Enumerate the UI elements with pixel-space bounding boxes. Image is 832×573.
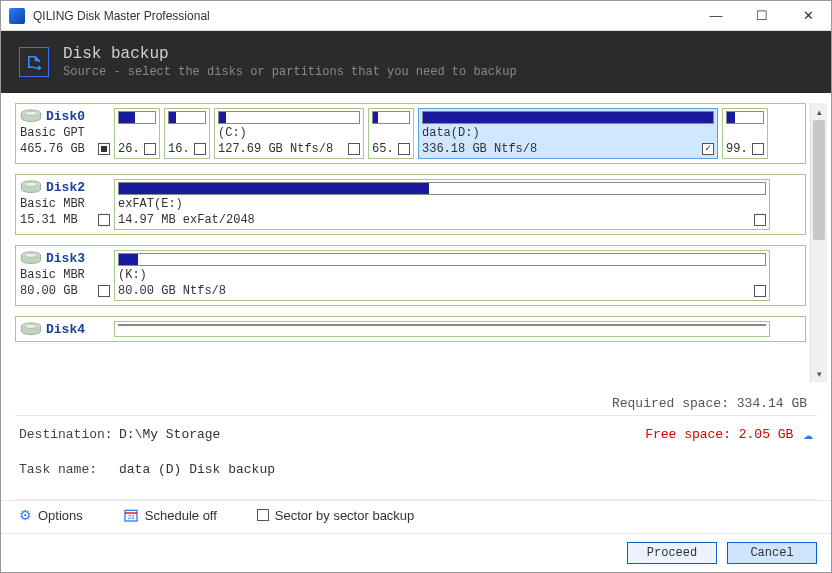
sector-checkbox[interactable]: Sector by sector backup <box>257 508 414 523</box>
partition-label <box>118 126 156 140</box>
disk-name: Disk3 <box>46 251 85 266</box>
partition-checkbox[interactable] <box>754 214 766 226</box>
partition[interactable]: 26. <box>114 108 160 159</box>
partition-checkbox[interactable] <box>754 285 766 297</box>
partition-checkbox[interactable] <box>194 143 206 155</box>
scroll-thumb[interactable] <box>813 120 825 240</box>
options-label: Options <box>38 508 83 523</box>
scroll-up-icon[interactable]: ▴ <box>811 103 827 120</box>
disk-list: Disk0Basic GPT465.76 GB26.16.(C:)127.69 … <box>15 103 806 382</box>
close-button[interactable]: ✕ <box>785 1 831 31</box>
svg-point-3 <box>25 182 37 186</box>
partition-size: 99. <box>726 142 748 156</box>
partition[interactable] <box>114 321 770 337</box>
gear-icon: ⚙ <box>19 507 32 523</box>
svg-point-7 <box>25 324 37 328</box>
partition-size: 14.97 MB exFat/2048 <box>118 213 255 227</box>
disk-info: Disk3Basic MBR80.00 GB <box>20 250 110 301</box>
schedule-button[interactable]: 23 Schedule off <box>123 507 217 523</box>
options-button[interactable]: ⚙ Options <box>19 507 83 523</box>
page-header: Disk backup Source - select the disks or… <box>1 31 831 93</box>
sector-label: Sector by sector backup <box>275 508 414 523</box>
calendar-icon: 23 <box>123 507 139 523</box>
partition-label: data(D:) <box>422 126 714 140</box>
partition-label: (C:) <box>218 126 360 140</box>
partition[interactable]: data(D:)336.18 GB Ntfs/8 <box>418 108 718 159</box>
disk-name: Disk2 <box>46 180 85 195</box>
destination-row: Destination: D:\My Storage Free space: 2… <box>19 424 813 444</box>
usage-bar <box>118 253 766 266</box>
minimize-button[interactable]: — <box>693 1 739 31</box>
partition-checkbox[interactable] <box>398 143 410 155</box>
disk-checkbox[interactable] <box>98 214 110 226</box>
page-subtitle: Source - select the disks or partitions … <box>63 65 517 79</box>
partition[interactable]: (K:)80.00 GB Ntfs/8 <box>114 250 770 301</box>
partition-label: (K:) <box>118 268 766 282</box>
partition[interactable]: 65. <box>368 108 414 159</box>
partition-label <box>372 126 410 140</box>
disk-icon <box>20 108 42 124</box>
sector-checkbox-box[interactable] <box>257 509 269 521</box>
partition-size: 80.00 GB Ntfs/8 <box>118 284 226 298</box>
partition-checkbox[interactable] <box>702 143 714 155</box>
disk-row: Disk3Basic MBR80.00 GB(K:)80.00 GB Ntfs/… <box>15 245 806 306</box>
partition-label <box>118 328 766 342</box>
app-icon <box>9 8 25 24</box>
usage-bar <box>372 111 410 124</box>
disk-panel: Disk0Basic GPT465.76 GB26.16.(C:)127.69 … <box>1 93 831 392</box>
usage-bar <box>422 111 714 124</box>
disk-type: Basic GPT <box>20 126 110 140</box>
partition-label <box>726 126 764 140</box>
free-space: Free space: 2.05 GB <box>645 427 793 442</box>
disk-row: Disk2Basic MBR15.31 MBexFAT(E:)14.97 MB … <box>15 174 806 235</box>
disk-checkbox[interactable] <box>98 341 110 342</box>
cloud-icon[interactable]: ☁ <box>803 424 813 444</box>
usage-bar <box>118 182 766 195</box>
disk-checkbox[interactable] <box>98 143 110 155</box>
usage-bar <box>218 111 360 124</box>
disk-type: Basic MBR <box>20 197 110 211</box>
partition[interactable]: exFAT(E:)14.97 MB exFat/2048 <box>114 179 770 230</box>
proceed-button[interactable]: Proceed <box>627 542 717 564</box>
scrollbar[interactable]: ▴ ▾ <box>810 103 827 382</box>
disk-type: Basic MBR <box>20 268 110 282</box>
titlebar: QILING Disk Master Professional — ☐ ✕ <box>1 1 831 31</box>
window-controls: — ☐ ✕ <box>693 1 831 31</box>
maximize-button[interactable]: ☐ <box>739 1 785 31</box>
partition-checkbox[interactable] <box>752 143 764 155</box>
page-title: Disk backup <box>63 45 517 63</box>
footer: Proceed Cancel <box>1 533 831 572</box>
disk-info: Disk2Basic MBR15.31 MB <box>20 179 110 230</box>
usage-bar <box>168 111 206 124</box>
disk-icon <box>20 250 42 266</box>
taskname-label: Task name: <box>19 462 119 477</box>
disk-size: 15.31 MB <box>20 213 78 227</box>
disk-name: Disk4 <box>46 322 85 337</box>
disk-icon <box>20 321 42 337</box>
partition-size: 16. <box>168 142 190 156</box>
schedule-label: Schedule off <box>145 508 217 523</box>
usage-bar <box>118 324 766 326</box>
disk-icon <box>20 179 42 195</box>
scroll-down-icon[interactable]: ▾ <box>811 365 827 382</box>
partition-size: 65. <box>372 142 394 156</box>
taskname-row: Task name: data (D) Disk backup <box>19 462 813 477</box>
partition[interactable]: 99. <box>722 108 768 159</box>
partition-checkbox[interactable] <box>144 143 156 155</box>
svg-point-5 <box>25 253 37 257</box>
options-row: ⚙ Options 23 Schedule off Sector by sect… <box>1 500 831 533</box>
app-window: QILING Disk Master Professional — ☐ ✕ Di… <box>0 0 832 573</box>
partition-checkbox[interactable] <box>348 143 360 155</box>
destination-value[interactable]: D:\My Storage <box>119 427 645 442</box>
partition[interactable]: 16. <box>164 108 210 159</box>
partition[interactable]: (C:)127.69 GB Ntfs/8 <box>214 108 364 159</box>
taskname-value[interactable]: data (D) Disk backup <box>119 462 813 477</box>
disk-row: Disk0Basic GPT465.76 GB26.16.(C:)127.69 … <box>15 103 806 164</box>
disk-checkbox[interactable] <box>98 285 110 297</box>
disk-info: Disk0Basic GPT465.76 GB <box>20 108 110 159</box>
partition-size: 26. <box>118 142 140 156</box>
disk-row: Disk4 <box>15 316 806 342</box>
cancel-button[interactable]: Cancel <box>727 542 817 564</box>
disk-info: Disk4 <box>20 321 110 337</box>
partition-size: 127.69 GB Ntfs/8 <box>218 142 333 156</box>
